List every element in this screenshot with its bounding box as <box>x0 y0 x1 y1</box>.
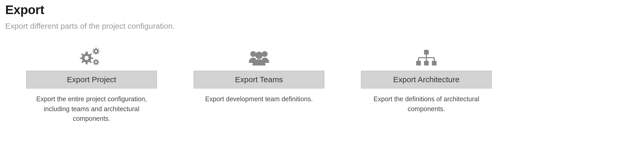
page-subtitle: Export different parts of the project co… <box>5 22 639 31</box>
export-project-description: Export the entire project configuration,… <box>29 94 154 124</box>
svg-rect-14 <box>424 61 429 65</box>
sitemap-icon <box>415 46 438 70</box>
export-architecture-button[interactable]: Export Architecture <box>361 71 492 88</box>
svg-point-1 <box>84 56 89 60</box>
export-teams-button[interactable]: Export Teams <box>194 71 324 88</box>
export-card-row: Export Project Export the entire project… <box>5 46 639 124</box>
svg-rect-13 <box>416 61 421 65</box>
users-icon <box>247 46 271 70</box>
svg-rect-7 <box>424 50 429 55</box>
svg-rect-15 <box>432 61 437 65</box>
export-project-card: Export Project Export the entire project… <box>26 46 157 124</box>
page-title: Export <box>5 3 639 17</box>
export-teams-card: Export Teams Export development team def… <box>194 46 324 124</box>
export-architecture-card: Export Architecture Export the definitio… <box>361 46 492 124</box>
svg-point-5 <box>262 51 268 57</box>
export-architecture-description: Export the definitions of architectural … <box>364 94 489 114</box>
export-teams-description: Export development team definitions. <box>205 94 313 104</box>
export-project-button[interactable]: Export Project <box>26 71 157 88</box>
svg-point-3 <box>95 61 97 63</box>
gears-icon <box>79 46 104 70</box>
svg-point-6 <box>255 52 263 59</box>
svg-point-2 <box>95 50 97 52</box>
svg-point-4 <box>250 51 256 57</box>
